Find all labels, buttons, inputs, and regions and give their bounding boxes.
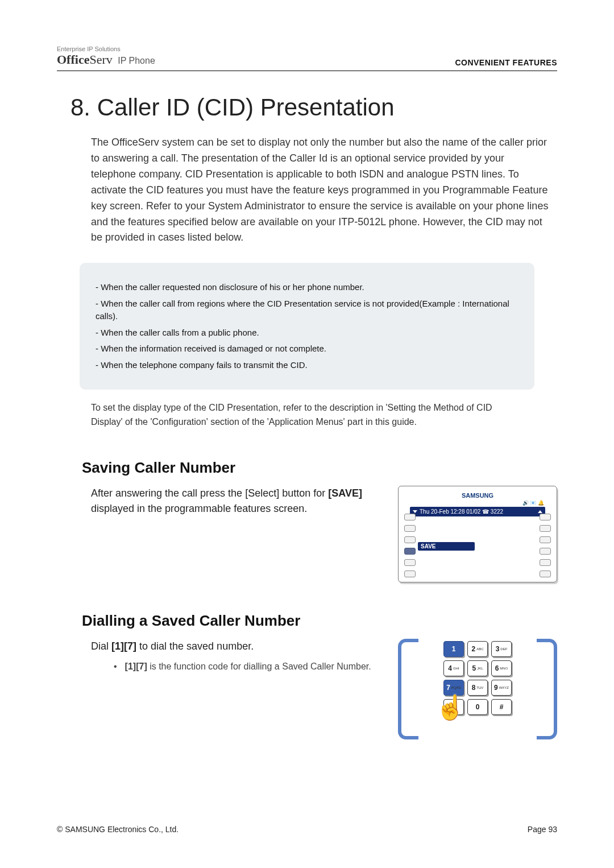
- status-icons: 🔊 📧 🔔: [403, 500, 544, 506]
- key-sub: PQRS: [451, 686, 461, 689]
- saving-text-post: displayed in the programmable features s…: [91, 503, 307, 514]
- feature-button: [540, 559, 551, 566]
- key-sub: ABC: [476, 647, 483, 651]
- keypad-grid: 12ABC3DEF4GHI5JKL6MNO7PQRS8TUV9WXYZ✱0#: [443, 641, 512, 715]
- key-main: 3: [496, 645, 500, 653]
- keypad-key-8: 8TUV: [467, 680, 488, 696]
- key-main: 7: [446, 684, 450, 692]
- keypad-key-#: #: [491, 699, 512, 715]
- dialling-row: Dial [1][7] to dial the saved number. • …: [91, 639, 557, 738]
- saving-row: After answering the call press the [Sele…: [91, 486, 557, 582]
- key-main: 4: [448, 664, 452, 672]
- feature-buttons-left: [404, 514, 416, 577]
- saving-text: After answering the call press the [Sele…: [91, 486, 381, 516]
- feature-button: [540, 536, 551, 543]
- feature-button-active: [404, 548, 416, 555]
- keypad-key-4: 4GHI: [443, 660, 464, 676]
- callout-line: - When the telephone company fails to tr…: [96, 359, 518, 372]
- key-sub: MNO: [500, 667, 508, 670]
- keypad-key-5: 5JKL: [467, 660, 488, 676]
- dialling-heading: Dialling a Saved Caller Number: [82, 612, 557, 630]
- callout-line: - When the caller requested non disclosu…: [96, 281, 518, 294]
- callout-line: - When the information received is damag…: [96, 342, 518, 356]
- feature-button: [404, 559, 416, 566]
- dial-line-post: to dial the saved number.: [139, 640, 254, 652]
- key-main: 0: [476, 703, 480, 711]
- chevron-up-icon: [538, 510, 542, 513]
- feature-button: [540, 514, 551, 520]
- brand-main: OfficeServ IP Phone: [57, 52, 155, 67]
- brand-bold: Office: [57, 52, 89, 67]
- feature-button: [404, 536, 416, 543]
- dialling-bullet: • [1][7] is the function code for dialli…: [114, 660, 381, 673]
- key-sub: TUV: [476, 686, 483, 689]
- page-footer: © SAMSUNG Electronics Co., Ltd. Page 93: [57, 825, 557, 834]
- brand-rest: Serv: [89, 52, 112, 67]
- key-main: 6: [495, 664, 499, 672]
- chevron-down-icon: [413, 510, 417, 513]
- key-sub: GHI: [453, 667, 459, 670]
- feature-button: [404, 525, 416, 532]
- saving-heading: Saving Caller Number: [82, 459, 557, 477]
- keypad-key-6: 6MNO: [491, 660, 512, 676]
- saving-text-bold: [SAVE]: [328, 487, 362, 499]
- bullet-text: [1][7] is the function code for dialling…: [125, 660, 371, 673]
- keypad-figure: 12ABC3DEF4GHI5JKL6MNO7PQRS8TUV9WXYZ✱0# ☝: [398, 639, 557, 738]
- callout-line: - When the caller call from regions wher…: [96, 297, 518, 323]
- document-page: Enterprise IP Solutions OfficeServ IP Ph…: [0, 0, 614, 868]
- key-sub: JKL: [477, 667, 483, 670]
- dial-line-pre: Dial: [91, 640, 111, 652]
- keypad-key-9: 9WXYZ: [491, 680, 512, 696]
- feature-buttons-right: [540, 514, 551, 577]
- section-label: CONVENIENT FEATURES: [455, 58, 557, 67]
- bullet-rest: is the function code for dialling a Save…: [150, 662, 371, 671]
- phone-brand: SAMSUNG: [403, 492, 552, 499]
- key-sub: WXYZ: [499, 686, 509, 689]
- feature-button: [540, 525, 551, 532]
- key-main: 9: [494, 684, 498, 692]
- keypad-key-3: 3DEF: [491, 641, 512, 657]
- feature-button: [404, 571, 416, 577]
- page-header: Enterprise IP Solutions OfficeServ IP Ph…: [57, 46, 557, 71]
- keypad-key-7: 7PQRS: [443, 680, 464, 696]
- phone-title-text: Thu 20-Feb 12:28 01/02 ☎ 3222: [420, 509, 503, 515]
- exceptions-callout: - When the caller requested non disclosu…: [80, 263, 534, 390]
- feature-button: [540, 571, 551, 577]
- callout-line: - When the caller calls from a public ph…: [96, 326, 518, 340]
- bracket-left-icon: [398, 639, 418, 739]
- key-sub: DEF: [500, 647, 507, 651]
- key-main: #: [500, 703, 504, 711]
- intro-paragraph: The OfficeServ system can be set to disp…: [91, 135, 551, 246]
- dialling-line: Dial [1][7] to dial the saved number.: [91, 639, 381, 654]
- bullet-code: [1][7]: [125, 662, 147, 671]
- dial-line-bold: [1][7]: [111, 640, 136, 652]
- save-feature-label: SAVE: [418, 542, 475, 551]
- phone-screen-figure: SAMSUNG 🔊 📧 🔔 Thu 20-Feb 12:28 01/02 ☎ 3…: [398, 486, 557, 582]
- bracket-right-icon: [537, 639, 557, 739]
- page-title: 8. Caller ID (CID) Presentation: [70, 94, 557, 121]
- cross-reference-note: To set the display type of the CID Prese…: [91, 401, 523, 429]
- key-main: 8: [472, 684, 476, 692]
- brand-tagline: Enterprise IP Solutions: [57, 46, 155, 52]
- brand-block: Enterprise IP Solutions OfficeServ IP Ph…: [57, 46, 155, 67]
- keypad-key-0: 0: [467, 699, 488, 715]
- bullet-icon: •: [114, 660, 117, 673]
- phone-title-bar: Thu 20-Feb 12:28 01/02 ☎ 3222: [410, 507, 545, 516]
- keypad-key-✱: ✱: [443, 699, 464, 715]
- feature-button: [404, 514, 416, 520]
- key-main: 2: [471, 645, 475, 653]
- brand-sub: IP Phone: [118, 56, 155, 65]
- key-main: ✱: [451, 703, 457, 711]
- saving-text-pre: After answering the call press the [Sele…: [91, 487, 328, 499]
- copyright: © SAMSUNG Electronics Co., Ltd.: [57, 825, 179, 834]
- key-main: 1: [452, 645, 456, 653]
- key-main: 5: [472, 664, 476, 672]
- keypad-key-1: 1: [443, 641, 464, 657]
- page-number: Page 93: [528, 825, 557, 834]
- dialling-text: Dial [1][7] to dial the saved number. • …: [91, 639, 381, 673]
- feature-button: [540, 548, 551, 555]
- keypad-key-2: 2ABC: [467, 641, 488, 657]
